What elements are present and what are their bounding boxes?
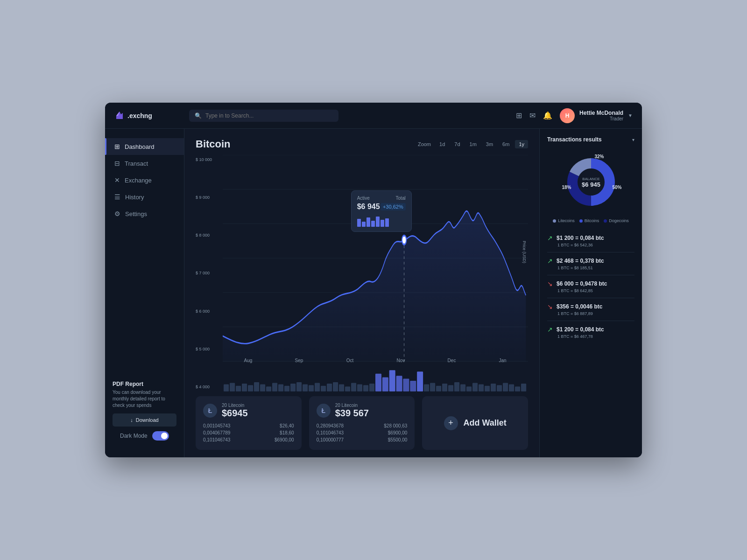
month-nov: Nov: [375, 358, 426, 363]
tooltip-bars: [357, 214, 406, 227]
donut-pct-18: 18%: [562, 185, 571, 190]
settings-icon: ⚙: [114, 210, 120, 217]
svg-rect-44: [430, 383, 435, 392]
svg-rect-50: [466, 386, 472, 392]
history-icon: ☰: [114, 193, 120, 201]
tx-value-1: $1 200 = 0,084 btc: [557, 235, 634, 241]
zoom-1d[interactable]: 1d: [436, 140, 449, 148]
grid-icon[interactable]: ⊞: [516, 111, 522, 120]
legend-dot-bitcoins: [579, 219, 583, 223]
svg-rect-35: [369, 384, 374, 392]
svg-rect-51: [472, 383, 478, 392]
sidebar-item-transact[interactable]: ⊟ Transact: [105, 155, 184, 172]
add-wallet-card[interactable]: + Add Wallet: [422, 396, 528, 450]
wallet-row-val: $6900,00: [388, 430, 408, 435]
svg-point-10: [402, 236, 406, 245]
y-label-6000: $ 6 000: [196, 309, 220, 314]
tx-sub-2: 1 BTC = $8 185,51: [557, 266, 634, 270]
svg-rect-23: [296, 382, 302, 392]
pdf-report-title: PDF Report: [113, 381, 176, 387]
sidebar-item-dashboard[interactable]: ⊞ Dashboard: [105, 138, 184, 155]
tx-arrow-down: ↘: [547, 303, 553, 310]
svg-rect-56: [503, 383, 508, 392]
svg-rect-59: [521, 384, 526, 392]
svg-rect-11: [224, 385, 229, 392]
y-axis-labels: $ 10 000 $ 9 000 $ 8 000 $ 7 000 $ 6 000…: [196, 155, 220, 392]
sidebar-item-history[interactable]: ☰ History: [105, 189, 184, 205]
svg-rect-55: [497, 385, 502, 392]
sidebar-item-exchange[interactable]: ✕ Exchange: [105, 172, 184, 189]
month-aug: Aug: [223, 358, 274, 363]
zoom-1m[interactable]: 1m: [466, 140, 480, 148]
transact-icon: ⊟: [114, 160, 120, 167]
y-label-7000: $ 7 000: [196, 271, 220, 275]
svg-rect-57: [509, 385, 514, 392]
content-area: Bitcoin Zoom 1d 7d 1m 3m 6m 1y $ 10 000: [184, 129, 539, 457]
search-bar[interactable]: 🔍: [189, 110, 338, 122]
wallet-row-val: $6900,00: [275, 437, 294, 442]
mail-icon[interactable]: ✉: [529, 111, 536, 120]
zoom-1y[interactable]: 1y: [515, 140, 528, 148]
transactions-dropdown[interactable]: ▾: [632, 137, 634, 142]
transaction-item-2: ↗ $2 468 = 0,378 btc 1 BTC = $8 185,51: [547, 252, 634, 275]
dark-mode-toggle[interactable]: [152, 431, 169, 441]
svg-rect-30: [339, 385, 344, 392]
sidebar-item-settings[interactable]: ⚙ Settings: [105, 205, 184, 222]
svg-rect-20: [278, 385, 283, 392]
chart-section: Bitcoin Zoom 1d 7d 1m 3m 6m 1y $ 10 000: [184, 129, 539, 396]
transaction-list: ↗ $1 200 = 0,084 btc 1 BTC = $6 542,36 ↗…: [547, 230, 634, 343]
month-jan: Jan: [477, 358, 528, 363]
user-text: Hettie McDonald Trader: [579, 110, 623, 121]
wallet-row-val: $18,60: [280, 430, 294, 435]
price-axis-label: Price (USD): [522, 241, 527, 263]
svg-rect-38: [389, 370, 395, 392]
add-wallet-label: Add Wallet: [464, 418, 507, 428]
zoom-7d[interactable]: 7d: [451, 140, 464, 148]
search-input[interactable]: [205, 112, 333, 119]
tooltip-bar-7: [385, 218, 389, 227]
mini-bars-svg: [224, 363, 527, 392]
tx-arrow-up: ↗: [547, 257, 553, 265]
legend-litecoins: Litecoins: [553, 218, 575, 223]
wallet-row-val: $28 000,63: [384, 423, 407, 428]
tx-arrow-up: ↗: [547, 234, 553, 242]
svg-rect-16: [254, 382, 259, 392]
tooltip-bar-3: [366, 217, 370, 227]
logo: .exchng: [114, 111, 189, 121]
svg-rect-22: [290, 384, 296, 392]
chevron-down-icon: ▼: [628, 113, 633, 118]
tooltip-bar-2: [362, 222, 366, 227]
legend-bitcoins: Bitcoins: [579, 218, 599, 223]
svg-rect-29: [333, 382, 338, 392]
sidebar-label-dashboard: Dashboard: [125, 143, 155, 150]
wallet-row-key: 0,100000777: [317, 437, 344, 442]
svg-rect-34: [363, 385, 368, 392]
dashboard-icon: ⊞: [114, 143, 120, 150]
y-label-9000: $ 9 000: [196, 195, 220, 200]
wallet-card-1: Ł 20 Litecoin $6945 0,001045743 $26,40 0…: [196, 396, 302, 450]
zoom-6m[interactable]: 6m: [499, 140, 513, 148]
wallet-row-key: 0,101046743: [203, 437, 230, 442]
wallet-row: 0,101046743 $6900,00: [203, 436, 294, 443]
wallet-1-header: Ł 20 Litecoin $6945: [203, 403, 294, 419]
tx-value-3: $6 000 = 0,9478 btc: [557, 280, 634, 287]
add-icon: +: [444, 416, 458, 430]
chart-tooltip: Active Total $6 945 +30,62%: [351, 190, 412, 232]
tooltip-total-label: Total: [396, 196, 406, 201]
svg-rect-17: [260, 385, 265, 392]
tx-arrow-down: ↘: [547, 280, 553, 287]
wallet-2-header: Ł 20 Litecoin $39 567: [317, 403, 408, 419]
download-button[interactable]: ↓ Download: [113, 413, 176, 427]
zoom-3m[interactable]: 3m: [482, 140, 497, 148]
user-info[interactable]: H Hettie McDonald Trader ▼: [560, 108, 633, 123]
transaction-item-3: ↘ $6 000 = 0,9478 btc 1 BTC = $8 642,85: [547, 275, 634, 298]
month-dec: Dec: [426, 358, 477, 363]
pdf-report-description: You can download your monthly detailed r…: [113, 389, 176, 409]
header: .exchng 🔍 ⊞ ✉ 🔔 H Hettie McDonald Trader…: [105, 103, 642, 129]
sidebar-label-exchange: Exchange: [125, 177, 152, 184]
bell-icon[interactable]: 🔔: [543, 111, 552, 120]
svg-rect-42: [417, 371, 423, 392]
sidebar: ⊞ Dashboard ⊟ Transact ✕ Exchange ☰ Hist…: [105, 129, 184, 457]
month-sep: Sep: [274, 358, 324, 363]
transaction-item-4: ↘ $356 = 0,0046 btc 1 BTC = $6 887,89: [547, 298, 634, 321]
